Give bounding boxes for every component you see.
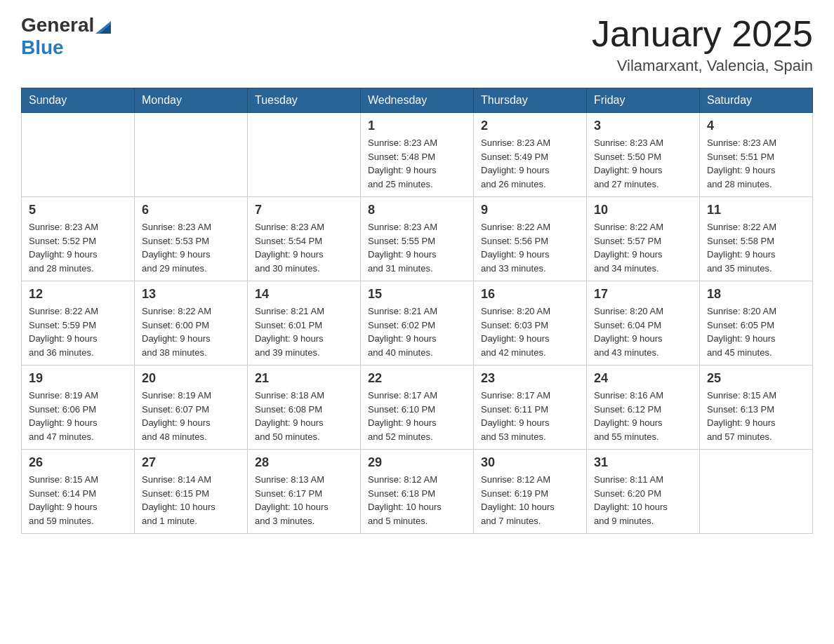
day-cell: 7Sunrise: 8:23 AMSunset: 5:54 PMDaylight…	[248, 197, 361, 281]
day-number: 5	[29, 203, 127, 217]
day-info: Sunrise: 8:17 AMSunset: 6:11 PMDaylight:…	[481, 389, 579, 443]
header-thursday: Thursday	[474, 88, 587, 113]
day-number: 20	[142, 371, 240, 386]
logo: General Blue	[21, 14, 112, 59]
day-info: Sunrise: 8:11 AMSunset: 6:20 PMDaylight:…	[594, 473, 692, 528]
day-number: 1	[368, 119, 466, 133]
day-number: 28	[255, 455, 353, 470]
day-info: Sunrise: 8:23 AMSunset: 5:54 PMDaylight:…	[255, 220, 353, 275]
day-cell: 11Sunrise: 8:22 AMSunset: 5:58 PMDayligh…	[700, 197, 813, 281]
header-tuesday: Tuesday	[248, 88, 361, 113]
calendar-header-row: SundayMondayTuesdayWednesdayThursdayFrid…	[22, 88, 813, 113]
calendar-table: SundayMondayTuesdayWednesdayThursdayFrid…	[21, 88, 813, 534]
day-cell	[248, 113, 361, 197]
day-cell: 29Sunrise: 8:12 AMSunset: 6:18 PMDayligh…	[361, 450, 474, 534]
day-number: 12	[29, 287, 127, 302]
day-info: Sunrise: 8:20 AMSunset: 6:05 PMDaylight:…	[707, 304, 805, 359]
logo-general-text: General	[21, 14, 94, 36]
day-cell: 21Sunrise: 8:18 AMSunset: 6:08 PMDayligh…	[248, 365, 361, 450]
day-cell: 9Sunrise: 8:22 AMSunset: 5:56 PMDaylight…	[474, 197, 587, 281]
day-number: 22	[368, 371, 466, 386]
day-cell: 24Sunrise: 8:16 AMSunset: 6:12 PMDayligh…	[587, 365, 700, 450]
day-number: 30	[481, 455, 579, 470]
logo-blue-text: Blue	[21, 36, 64, 58]
week-row-4: 19Sunrise: 8:19 AMSunset: 6:06 PMDayligh…	[22, 365, 813, 450]
day-number: 16	[481, 287, 579, 302]
day-info: Sunrise: 8:14 AMSunset: 6:15 PMDaylight:…	[142, 473, 240, 528]
day-info: Sunrise: 8:15 AMSunset: 6:13 PMDaylight:…	[707, 389, 805, 443]
day-cell	[700, 450, 813, 534]
day-info: Sunrise: 8:13 AMSunset: 6:17 PMDaylight:…	[255, 473, 353, 528]
day-number: 8	[368, 203, 466, 217]
day-cell: 15Sunrise: 8:21 AMSunset: 6:02 PMDayligh…	[361, 281, 474, 365]
day-number: 18	[707, 287, 805, 302]
day-info: Sunrise: 8:20 AMSunset: 6:04 PMDaylight:…	[594, 304, 692, 359]
day-cell: 25Sunrise: 8:15 AMSunset: 6:13 PMDayligh…	[700, 365, 813, 450]
day-number: 11	[707, 203, 805, 217]
day-cell: 13Sunrise: 8:22 AMSunset: 6:00 PMDayligh…	[135, 281, 248, 365]
day-cell: 23Sunrise: 8:17 AMSunset: 6:11 PMDayligh…	[474, 365, 587, 450]
logo-icon	[95, 18, 111, 34]
day-cell	[135, 113, 248, 197]
header-sunday: Sunday	[22, 88, 135, 113]
day-cell: 22Sunrise: 8:17 AMSunset: 6:10 PMDayligh…	[361, 365, 474, 450]
day-number: 14	[255, 287, 353, 302]
day-cell: 17Sunrise: 8:20 AMSunset: 6:04 PMDayligh…	[587, 281, 700, 365]
day-number: 26	[29, 455, 127, 470]
day-number: 31	[594, 455, 692, 470]
day-cell: 2Sunrise: 8:23 AMSunset: 5:49 PMDaylight…	[474, 113, 587, 197]
day-cell	[22, 113, 135, 197]
day-cell: 27Sunrise: 8:14 AMSunset: 6:15 PMDayligh…	[135, 450, 248, 534]
day-info: Sunrise: 8:22 AMSunset: 5:57 PMDaylight:…	[594, 220, 692, 275]
week-row-3: 12Sunrise: 8:22 AMSunset: 5:59 PMDayligh…	[22, 281, 813, 365]
day-cell: 1Sunrise: 8:23 AMSunset: 5:48 PMDaylight…	[361, 113, 474, 197]
day-number: 7	[255, 203, 353, 217]
day-number: 15	[368, 287, 466, 302]
day-number: 24	[594, 371, 692, 386]
day-number: 3	[594, 119, 692, 133]
day-info: Sunrise: 8:22 AMSunset: 5:56 PMDaylight:…	[481, 220, 579, 275]
day-cell: 26Sunrise: 8:15 AMSunset: 6:14 PMDayligh…	[22, 450, 135, 534]
day-number: 2	[481, 119, 579, 133]
day-cell: 31Sunrise: 8:11 AMSunset: 6:20 PMDayligh…	[587, 450, 700, 534]
day-cell: 28Sunrise: 8:13 AMSunset: 6:17 PMDayligh…	[248, 450, 361, 534]
day-info: Sunrise: 8:19 AMSunset: 6:07 PMDaylight:…	[142, 389, 240, 443]
day-info: Sunrise: 8:23 AMSunset: 5:49 PMDaylight:…	[481, 136, 579, 191]
day-cell: 6Sunrise: 8:23 AMSunset: 5:53 PMDaylight…	[135, 197, 248, 281]
day-number: 10	[594, 203, 692, 217]
day-number: 27	[142, 455, 240, 470]
day-info: Sunrise: 8:23 AMSunset: 5:52 PMDaylight:…	[29, 220, 127, 275]
day-number: 29	[368, 455, 466, 470]
day-number: 9	[481, 203, 579, 217]
day-info: Sunrise: 8:17 AMSunset: 6:10 PMDaylight:…	[368, 389, 466, 443]
day-cell: 16Sunrise: 8:20 AMSunset: 6:03 PMDayligh…	[474, 281, 587, 365]
day-info: Sunrise: 8:22 AMSunset: 6:00 PMDaylight:…	[142, 304, 240, 359]
header-saturday: Saturday	[700, 88, 813, 113]
day-info: Sunrise: 8:22 AMSunset: 5:59 PMDaylight:…	[29, 304, 127, 359]
day-cell: 4Sunrise: 8:23 AMSunset: 5:51 PMDaylight…	[700, 113, 813, 197]
day-number: 25	[707, 371, 805, 386]
day-info: Sunrise: 8:15 AMSunset: 6:14 PMDaylight:…	[29, 473, 127, 528]
day-info: Sunrise: 8:23 AMSunset: 5:55 PMDaylight:…	[368, 220, 466, 275]
day-number: 6	[142, 203, 240, 217]
day-cell: 3Sunrise: 8:23 AMSunset: 5:50 PMDaylight…	[587, 113, 700, 197]
day-cell: 14Sunrise: 8:21 AMSunset: 6:01 PMDayligh…	[248, 281, 361, 365]
day-cell: 10Sunrise: 8:22 AMSunset: 5:57 PMDayligh…	[587, 197, 700, 281]
day-cell: 30Sunrise: 8:12 AMSunset: 6:19 PMDayligh…	[474, 450, 587, 534]
day-cell: 19Sunrise: 8:19 AMSunset: 6:06 PMDayligh…	[22, 365, 135, 450]
month-title: January 2025	[592, 14, 813, 54]
day-info: Sunrise: 8:23 AMSunset: 5:51 PMDaylight:…	[707, 136, 805, 191]
title-block: January 2025 Vilamarxant, Valencia, Spai…	[592, 14, 813, 75]
day-info: Sunrise: 8:20 AMSunset: 6:03 PMDaylight:…	[481, 304, 579, 359]
header-monday: Monday	[135, 88, 248, 113]
header-friday: Friday	[587, 88, 700, 113]
day-info: Sunrise: 8:23 AMSunset: 5:50 PMDaylight:…	[594, 136, 692, 191]
day-number: 17	[594, 287, 692, 302]
day-number: 13	[142, 287, 240, 302]
day-info: Sunrise: 8:23 AMSunset: 5:48 PMDaylight:…	[368, 136, 466, 191]
day-info: Sunrise: 8:18 AMSunset: 6:08 PMDaylight:…	[255, 389, 353, 443]
day-cell: 8Sunrise: 8:23 AMSunset: 5:55 PMDaylight…	[361, 197, 474, 281]
day-cell: 12Sunrise: 8:22 AMSunset: 5:59 PMDayligh…	[22, 281, 135, 365]
day-number: 4	[707, 119, 805, 133]
day-info: Sunrise: 8:12 AMSunset: 6:19 PMDaylight:…	[481, 473, 579, 528]
